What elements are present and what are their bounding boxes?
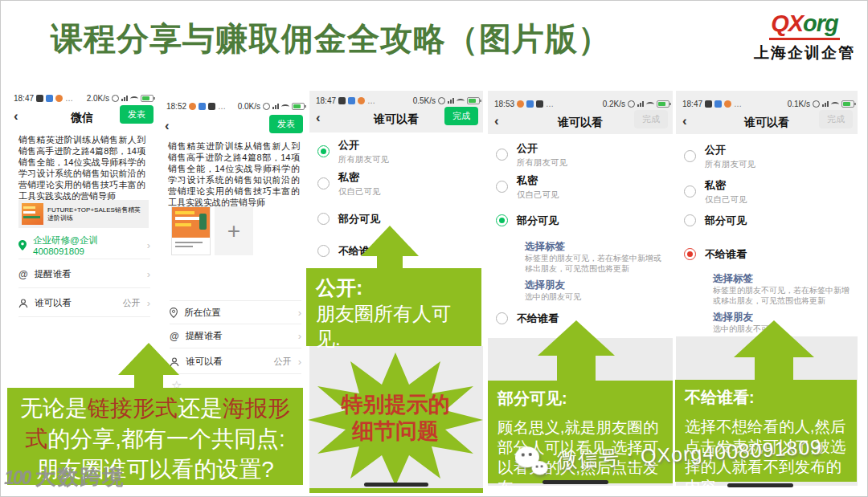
mention-row[interactable]: @ 提醒谁看 › <box>18 261 150 288</box>
done-button-disabled[interactable]: 完成 <box>634 110 668 128</box>
location-row[interactable]: 所在位置 › <box>170 300 301 324</box>
select-tags-caption: 标签里的朋友不可见，若在标签中新增或移出朋友，可见范围也将更新 <box>713 285 853 306</box>
visibility-row[interactable]: 谁可以看 公开 › <box>18 290 150 317</box>
select-tags-link[interactable]: 选择标签 <box>713 272 753 286</box>
option-exclude[interactable]: 不给谁看 <box>684 248 853 261</box>
add-photo-button[interactable]: + <box>215 206 253 255</box>
done-button-disabled[interactable]: 完成 <box>819 110 853 128</box>
green-strip <box>309 488 483 493</box>
up-arrow-stem <box>557 354 596 383</box>
select-tags-link[interactable]: 选择标签 <box>525 240 565 254</box>
option-public[interactable]: 公开 所有朋友可见 <box>684 144 853 169</box>
select-friends-link[interactable]: 选择朋友 <box>525 279 565 292</box>
at-icon: @ <box>18 269 28 280</box>
status-time: 18:47 <box>14 94 34 103</box>
app-icon <box>705 100 712 108</box>
ellipsis-icon: … <box>734 100 743 108</box>
page-title: 课程分享与赚取佣金全攻略（图片版） <box>51 17 611 61</box>
app-icon <box>55 95 63 102</box>
option-public[interactable]: 公开 所有朋友可见 <box>317 139 478 165</box>
up-arrow <box>734 320 814 357</box>
option-caption: 仅自己可见 <box>517 189 559 200</box>
app-icon <box>36 95 43 102</box>
status-bar: 18:47 … 0.5K/s <box>316 96 480 105</box>
app-icon <box>46 95 53 102</box>
option-partial[interactable]: 部分可见 <box>684 214 853 227</box>
wifi-icon <box>281 104 289 109</box>
radio-icon[interactable] <box>684 214 696 226</box>
annotation-title: 不给谁看: <box>685 388 847 407</box>
wechat-icon <box>514 446 550 478</box>
person-icon <box>18 299 28 308</box>
radio-selected-icon[interactable] <box>496 214 508 226</box>
option-title: 私密 <box>338 171 381 184</box>
location-pin-icon <box>170 308 178 318</box>
mention-label: 提醒谁看 <box>35 268 72 280</box>
slide: 课程分享与赚取佣金全攻略（图片版） QXorg 上海企训企管 18:47 … 2… <box>0 0 868 497</box>
link-card[interactable]: FUTURE+TOP+SALES销售精英进阶训练 <box>18 200 149 228</box>
radio-selected-icon[interactable] <box>317 145 330 157</box>
mention-row[interactable]: @ 提醒谁看 › <box>170 324 301 348</box>
radio-icon[interactable] <box>496 149 508 161</box>
select-friends-caption: 选中的朋友可见 <box>525 291 666 302</box>
visibility-label: 谁可以看 <box>35 297 72 309</box>
radio-selected-red-icon[interactable] <box>684 248 696 260</box>
up-arrow <box>118 343 179 375</box>
radio-icon[interactable] <box>317 177 330 189</box>
battery-icon <box>841 100 854 108</box>
battery-icon <box>292 103 305 110</box>
location-row[interactable]: 企业研修@企训4008091809 › <box>18 232 150 259</box>
radio-icon[interactable] <box>317 245 330 257</box>
annotation-text: 无论是 <box>20 396 88 421</box>
signal-icon <box>121 96 128 101</box>
battery-icon <box>657 100 669 108</box>
annotation-text: 还是 <box>178 396 223 421</box>
publish-button[interactable]: 发表 <box>120 105 154 124</box>
visibility-value: 公开 <box>123 297 141 309</box>
home-indicator <box>542 480 608 484</box>
option-caption: 所有朋友可见 <box>338 153 389 165</box>
annotation-public: 公开: 朋友圈所有人可见. <box>306 268 481 346</box>
option-title: 私密 <box>705 179 747 192</box>
option-partial[interactable]: 部分可见 <box>317 213 478 226</box>
option-public[interactable]: 公开 所有朋友可见 <box>496 142 668 168</box>
option-caption: 所有朋友可见 <box>517 157 567 168</box>
status-time: 18:47 <box>316 96 336 105</box>
radio-icon[interactable] <box>684 150 696 162</box>
radio-icon[interactable] <box>496 181 508 193</box>
alarm-icon <box>628 100 635 108</box>
network-speed: 0.0K/s <box>238 102 260 111</box>
option-title: 公开 <box>338 139 389 152</box>
option-caption: 所有朋友可见 <box>705 158 755 169</box>
status-time: 18:47 <box>682 100 702 108</box>
location-pin-icon <box>18 240 27 251</box>
chevron-right-icon: › <box>298 307 301 319</box>
radio-icon[interactable] <box>317 213 330 225</box>
status-bar: 18:53 … 0.2K/s <box>494 100 669 108</box>
poster-thumbnail[interactable] <box>171 206 211 255</box>
option-title: 不给谁看 <box>705 248 747 261</box>
post-text[interactable]: 销售精英进阶训练从销售新人到销售高手进阶之路4篇8部，14项销售全能，14位实战… <box>18 134 145 202</box>
signal-icon <box>822 101 829 107</box>
chevron-right-icon: › <box>298 330 301 342</box>
chevron-right-icon: › <box>147 239 150 251</box>
back-button[interactable]: ‹ <box>165 118 170 134</box>
visibility-row[interactable]: 谁可以看 公开 › <box>170 350 301 374</box>
option-private[interactable]: 私密 仅自己可见 <box>496 174 668 200</box>
option-private[interactable]: 私密 仅自己可见 <box>317 171 478 197</box>
app-icon <box>358 97 365 104</box>
home-indicator <box>727 483 793 487</box>
radio-icon[interactable] <box>684 185 696 198</box>
radio-icon[interactable] <box>496 312 508 324</box>
brand-logo: 100 <box>4 467 30 489</box>
tip-line2: 细节问题 <box>308 418 483 445</box>
done-button[interactable]: 完成 <box>444 107 478 125</box>
option-partial[interactable]: 部分可见 <box>496 214 668 227</box>
option-private[interactable]: 私密 仅自己可见 <box>684 179 853 205</box>
wifi-icon <box>130 96 138 101</box>
alarm-icon <box>813 100 820 108</box>
publish-button[interactable]: 发表 <box>269 115 303 133</box>
app-icon <box>724 100 731 108</box>
status-bar: 18:47 … 0.1K/s <box>682 100 854 108</box>
post-text[interactable]: 销售精英进阶训练从销售新人到销售高手进阶之路4篇8部，14项销售全能，14位实战… <box>168 141 300 208</box>
